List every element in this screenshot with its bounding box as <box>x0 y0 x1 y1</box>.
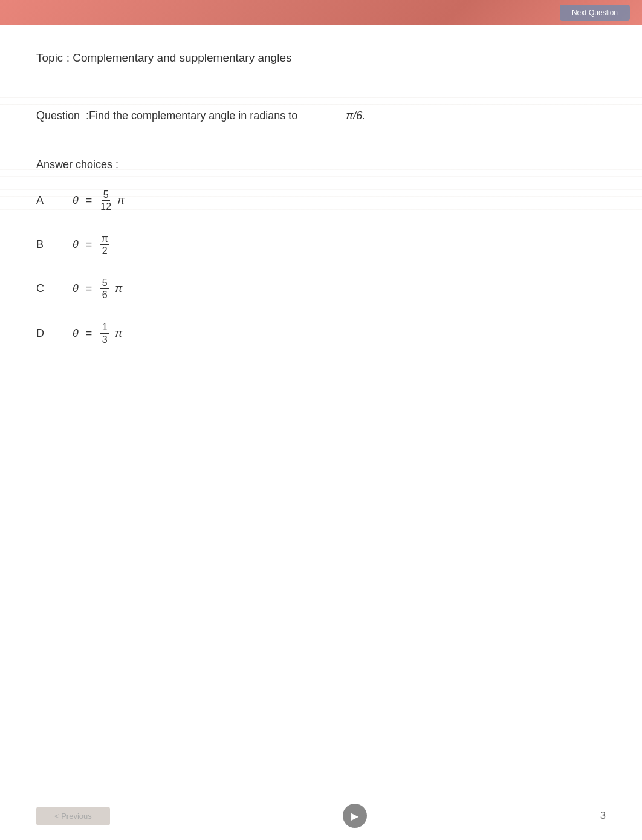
answer-section: Answer choices : A θ = 5 12 π <box>36 152 606 345</box>
denominator-b: 2 <box>100 245 109 256</box>
denominator-d: 3 <box>100 334 109 345</box>
question-section: Question : Find the complementary angle … <box>36 97 606 122</box>
fraction-b: π 2 <box>100 233 109 256</box>
numerator-d: 1 <box>100 322 109 334</box>
question-line: Question : Find the complementary angle … <box>36 109 606 122</box>
choice-formula-d: θ = 1 3 π <box>73 322 122 345</box>
theta-d: θ <box>73 327 79 340</box>
question-text: Find the complementary angle in radians … <box>89 109 297 122</box>
topic-value: Complementary and supplementary angles <box>73 51 291 64</box>
fraction-a: 5 12 <box>100 189 111 212</box>
theta-a: θ <box>73 194 79 207</box>
choice-letter-c: C <box>36 282 48 295</box>
equals-d: = <box>86 327 92 340</box>
answer-choices-label: Answer choices : <box>36 158 606 171</box>
question-label: Question <box>36 109 80 122</box>
fraction-d: 1 3 <box>100 322 109 345</box>
pi-c: π <box>115 282 122 295</box>
numerator-b: π <box>100 233 109 246</box>
topic-label: Topic <box>36 51 63 64</box>
top-banner: Next Question <box>0 0 642 25</box>
next-question-button[interactable]: Next Question <box>560 5 630 21</box>
choice-letter-b: B <box>36 238 48 251</box>
answer-choice-c[interactable]: C θ = 5 6 π <box>36 278 606 301</box>
choice-letter-a: A <box>36 194 48 207</box>
numerator-c: 5 <box>100 278 109 290</box>
answer-choice-b[interactable]: B θ = π 2 <box>36 233 606 256</box>
theta-c: θ <box>73 282 79 295</box>
choice-letter-d: D <box>36 327 48 340</box>
answer-choice-a[interactable]: A θ = 5 12 π <box>36 189 606 212</box>
topic-section: Topic : Complementary and supplementary … <box>36 50 606 67</box>
question-angle: π/6. <box>346 109 365 122</box>
nav-center-button[interactable]: ▶ <box>343 804 367 828</box>
numerator-a: 5 <box>102 189 110 201</box>
topic-line: Topic : Complementary and supplementary … <box>36 50 606 67</box>
fraction-c: 5 6 <box>100 278 109 301</box>
page-container: Next Question Topic : Complementary and … <box>0 0 642 840</box>
choice-formula-c: θ = 5 6 π <box>73 278 122 301</box>
theta-b: θ <box>73 238 79 251</box>
answer-choice-d[interactable]: D θ = 1 3 π <box>36 322 606 345</box>
denominator-c: 6 <box>100 289 109 301</box>
footer: < Previous ▶ 3 <box>0 804 642 828</box>
equals-c: = <box>86 282 92 295</box>
content-area: Topic : Complementary and supplementary … <box>0 25 642 414</box>
choice-formula-a: θ = 5 12 π <box>73 189 125 212</box>
pi-a: π <box>117 194 125 207</box>
equals-b: = <box>86 238 92 251</box>
equals-a: = <box>86 194 92 207</box>
nav-arrow-icon: ▶ <box>351 810 358 822</box>
page-number: 3 <box>600 810 606 821</box>
denominator-a: 12 <box>100 201 111 212</box>
pi-d: π <box>115 327 122 340</box>
previous-button[interactable]: < Previous <box>36 807 110 825</box>
topic-colon: : <box>66 51 70 64</box>
choice-formula-b: θ = π 2 <box>73 233 115 256</box>
